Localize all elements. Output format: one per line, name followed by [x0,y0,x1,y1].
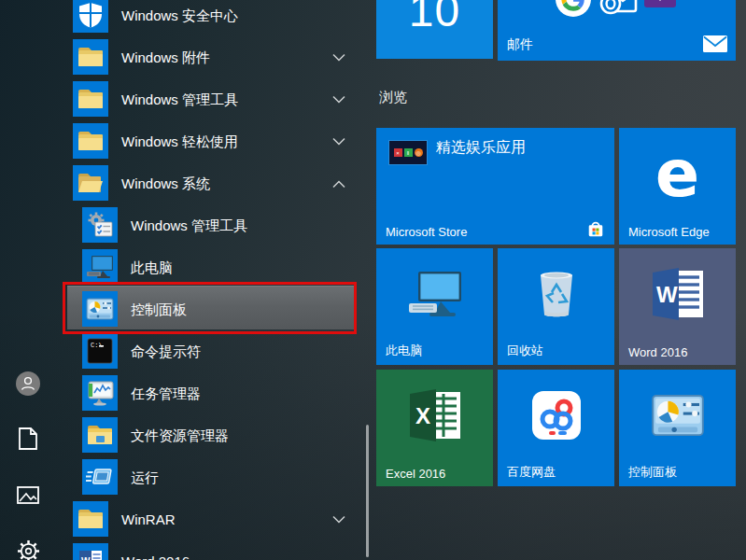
app-row-run[interactable]: 运行 [0,456,372,498]
app-row-file-explorer[interactable]: 文件资源管理器 [0,414,372,456]
app-row-windows-ease-of-access[interactable]: Windows 轻松使用 [0,120,372,162]
tile-label: 回收站 [507,343,543,359]
folder-icon [73,501,108,537]
tile-word-2016[interactable]: W Word 2016 [619,248,736,365]
app-row-control-panel[interactable]: 控制面板 [0,288,372,330]
chevron-down-icon[interactable] [332,515,345,525]
app-row-windows-admin-tools-group[interactable]: Windows 管理工具 [0,78,372,120]
app-row-windows-accessories[interactable]: Windows 附件 [0,36,372,78]
tile-mail[interactable]: 邮件 [498,0,736,61]
store-banner-chip: × [394,148,402,157]
app-row-label: 任务管理器 [131,372,201,414]
google-icon [556,0,591,17]
start-menu: Windows 安全中心 Windows 附件 Windows 管理工具 Win… [0,0,746,560]
recycle-bin-icon [498,248,614,339]
app-row-label: Windows 管理工具 [121,78,238,120]
svg-text:W: W [81,556,91,560]
tile-label: 邮件 [507,36,533,53]
chevron-down-icon[interactable] [332,95,345,105]
tile-control-panel[interactable]: 控制面板 [619,370,736,486]
tile-this-pc[interactable]: 此电脑 [376,248,493,365]
app-row-label: 文件资源管理器 [131,414,229,456]
this-pc-icon [82,249,118,285]
folder-icon [73,81,108,117]
windows-security-icon [73,0,108,33]
run-icon [82,459,118,495]
excel-2016-icon: X [376,370,493,460]
tile-label: 此电脑 [386,343,422,359]
app-row-label: WinRAR [121,498,176,540]
folder-icon [73,39,108,75]
word-icon: W [73,543,108,560]
tile-microsoft-store[interactable]: × ‖ ◎ 精选娱乐应用 Microsoft Store [376,128,614,245]
tile-group-header[interactable]: 浏览 [379,89,407,106]
calendar-date: 10 [376,0,493,34]
store-banner-title: 精选娱乐应用 [436,138,526,158]
app-row-windows-security[interactable]: Windows 安全中心 [0,0,372,36]
store-banner-chip: ‖ [404,148,413,157]
admin-tools-icon [82,207,118,243]
store-bag-icon [586,219,605,238]
tile-label: 控制面板 [628,464,677,481]
outlook-icon [598,0,640,21]
tile-recycle-bin[interactable]: 回收站 [498,248,614,365]
store-banner-chip: ◎ [415,148,423,157]
app-row-label: 此电脑 [131,246,173,288]
tile-microsoft-edge[interactable]: e Microsoft Edge [619,128,736,245]
app-row-label: 命令提示符 [131,330,201,372]
tile-label: Excel 2016 [386,467,445,481]
store-banner-thumbnail: × ‖ ◎ [389,141,427,164]
app-row-label: Windows 系统 [121,162,210,204]
app-row-word-2016[interactable]: W Word 2016 [0,540,372,560]
tile-label: 百度网盘 [507,464,556,481]
tile-calendar[interactable]: 10 [376,0,493,59]
chevron-down-icon[interactable] [332,137,345,147]
mail-envelope-icon [703,35,727,52]
tile-baidu-netdisk[interactable]: 百度网盘 [498,370,614,486]
app-row-this-pc[interactable]: 此电脑 [0,246,372,288]
app-row-task-manager[interactable]: 任务管理器 [0,372,372,414]
this-pc-icon [376,248,493,339]
app-row-label: Windows 管理工具 [131,204,247,246]
chevron-down-icon[interactable] [332,53,345,63]
baidu-netdisk-icon [498,370,614,460]
tile-label: Word 2016 [628,345,687,359]
svg-text:X: X [415,403,430,428]
chevron-up-icon[interactable] [332,179,345,189]
app-row-winrar[interactable]: WinRAR [0,498,372,540]
tile-label: Microsoft Store [386,225,467,239]
edge-logo-icon: e [619,128,736,218]
tile-label: Microsoft Edge [628,225,710,239]
file-explorer-icon [82,417,118,453]
app-row-windows-system[interactable]: Windows 系统 [0,162,372,204]
app-row-windows-admin-tools[interactable]: Windows 管理工具 [0,204,372,246]
app-row-command-prompt[interactable]: C:\ 命令提示符 [0,330,372,372]
app-row-label: 运行 [131,456,159,498]
open-folder-icon [73,165,108,201]
app-row-label: 控制面板 [131,288,187,330]
svg-text:W: W [656,282,678,307]
tile-excel-2016[interactable]: X Excel 2016 [376,370,493,486]
task-manager-icon [82,375,118,411]
word-2016-icon: W [619,248,736,339]
app-row-label: Word 2016 [121,540,190,560]
app-row-label: Windows 轻松使用 [121,120,238,162]
app-row-label: Windows 附件 [121,36,210,78]
control-panel-icon [619,370,736,460]
app-row-label: Windows 安全中心 [121,0,238,36]
control-panel-icon [82,291,118,327]
folder-icon [73,123,108,159]
purple-app-icon [644,0,676,7]
command-prompt-icon: C:\ [82,333,118,369]
app-list-scrollbar[interactable] [366,425,369,557]
